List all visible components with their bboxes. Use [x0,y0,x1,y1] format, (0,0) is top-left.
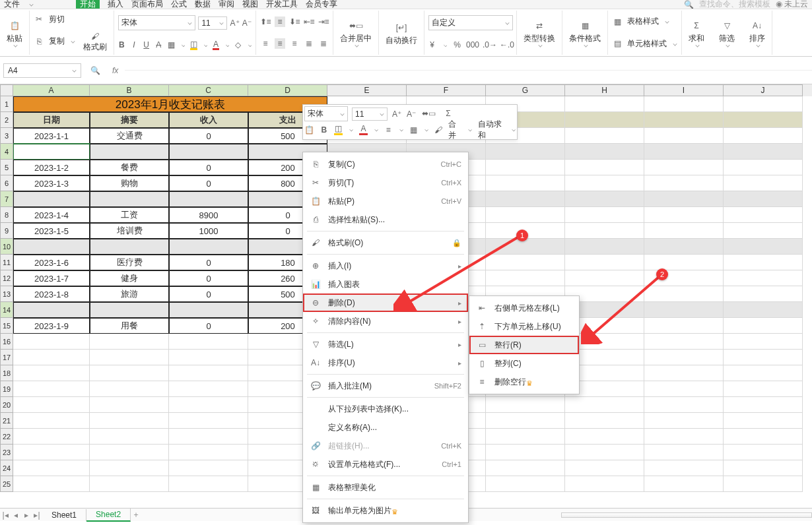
ctx-export-image[interactable]: 🖼输出单元格为图片 [303,501,468,520]
row-header[interactable]: 19 [0,381,13,397]
cell[interactable] [486,191,565,207]
cell[interactable] [13,445,90,460]
cell[interactable] [90,191,169,207]
cell[interactable] [724,318,803,334]
cell[interactable] [169,476,248,492]
cell[interactable]: 日期 [13,112,90,128]
cell[interactable] [724,112,803,128]
row-header[interactable]: 23 [0,445,13,460]
mini-fill-button[interactable]: ◫ [334,125,343,135]
tab-layout[interactable]: 页面布局 [131,0,163,9]
cell[interactable]: 用餐 [90,318,169,334]
font-combo[interactable]: 宋体 [118,15,195,30]
cell[interactable] [644,302,724,318]
indent-dec-icon[interactable]: ⇤≡ [304,16,314,27]
cell[interactable] [13,429,90,445]
user-icon[interactable]: ◉ 未上云 [776,0,808,9]
row-header[interactable]: 25 [0,476,13,492]
row-header[interactable]: 14 [0,302,13,318]
number-format-combo[interactable]: 自定义 [428,15,513,30]
cell[interactable] [724,334,803,350]
cell[interactable] [90,350,169,365]
row-header[interactable]: 22 [0,429,13,445]
row-header[interactable]: 16 [0,334,13,350]
cond-format-button[interactable]: ▦条件格式 [566,16,603,49]
row-header[interactable]: 24 [0,460,13,476]
cell[interactable] [169,334,248,350]
cell[interactable] [486,160,565,175]
cell[interactable] [13,460,90,476]
ctx-comment[interactable]: 💬插入批注(M)Shift+F2 [303,377,468,395]
cell[interactable] [724,286,803,302]
col-H[interactable]: H [565,84,644,96]
ctx-define-name[interactable]: 定义名称(A)... [303,418,468,437]
cell[interactable] [486,207,565,223]
cell[interactable] [13,191,90,207]
cell[interactable] [13,397,90,413]
cell[interactable] [644,239,724,255]
sort-button[interactable]: A↓排序 [747,16,768,49]
cell[interactable] [644,191,724,207]
cell[interactable] [644,365,724,381]
cell[interactable] [486,239,565,255]
cell[interactable] [724,445,803,460]
row-header[interactable]: 10 [0,239,13,255]
tab-insert[interactable]: 插入 [108,0,123,9]
cell[interactable] [169,445,248,460]
cell[interactable] [565,476,644,492]
cell[interactable] [13,365,90,381]
cell[interactable]: 2023-1-2 [13,160,90,175]
dec-inc-icon[interactable]: .0→ [485,40,495,50]
col-A[interactable]: A [13,84,90,96]
cell[interactable] [13,350,90,365]
mini-size-combo[interactable]: 11 [352,108,388,121]
cell[interactable]: 1000 [169,223,248,239]
align-middle-icon[interactable]: ≡ [275,16,285,27]
cell[interactable] [13,239,90,255]
cell[interactable] [486,255,565,270]
cell[interactable] [724,413,803,429]
ctx-clear[interactable]: ✧清除内容(N)▸ [303,312,468,330]
ctx-filter[interactable]: ▽筛选(L)▸ [303,335,468,354]
type-convert-button[interactable]: ⇄类型转换 [521,16,558,49]
cell[interactable]: 交通费 [90,128,169,144]
row-header[interactable]: 17 [0,350,13,365]
cell[interactable] [724,350,803,365]
cell[interactable]: 健身 [90,270,169,286]
format-painter-button[interactable]: 🖌 格式刷 [81,30,110,53]
mini-font-color-button[interactable]: A [359,125,368,135]
cell[interactable] [644,381,724,397]
tab-start[interactable]: 开始 [76,0,100,9]
ctx-copy[interactable]: ⎘复制(C)Ctrl+C [303,155,468,173]
tab-vip[interactable]: 会员专享 [306,0,337,9]
cell[interactable]: 2023-1-6 [13,255,90,270]
ctx-cut[interactable]: ✂剪切(T)Ctrl+X [303,173,468,192]
row-header[interactable]: 1 [0,96,13,112]
cell[interactable] [644,286,724,302]
cell[interactable] [565,112,644,128]
font-color-button[interactable]: A [213,40,220,50]
cell[interactable] [724,160,803,175]
copy-button[interactable]: 复制 [47,34,67,48]
cell[interactable] [724,96,803,112]
cell[interactable] [724,207,803,223]
mini-paste-icon[interactable]: 📋 [304,125,314,135]
cell[interactable] [169,381,248,397]
cell[interactable] [90,429,169,445]
row-header[interactable]: 5 [0,160,13,175]
row-header[interactable]: 18 [0,365,13,381]
underline-button[interactable]: U [143,40,150,50]
tab-review[interactable]: 审阅 [219,0,234,9]
cell[interactable] [565,191,644,207]
cell[interactable] [644,223,724,239]
ctx-beautify[interactable]: ▦表格整理美化 [303,478,468,497]
cell[interactable] [13,381,90,397]
percent-icon[interactable]: % [454,40,461,50]
cell[interactable]: 购物 [90,175,169,191]
align-right-icon[interactable]: ≡ [289,38,300,49]
cell[interactable] [565,96,644,112]
cell[interactable]: 2023-1-5 [13,223,90,239]
cell[interactable] [644,128,724,144]
add-sheet-button[interactable]: ＋ [131,509,141,520]
sub-shift-up[interactable]: ⇡下方单元格上移(U) [469,317,579,336]
